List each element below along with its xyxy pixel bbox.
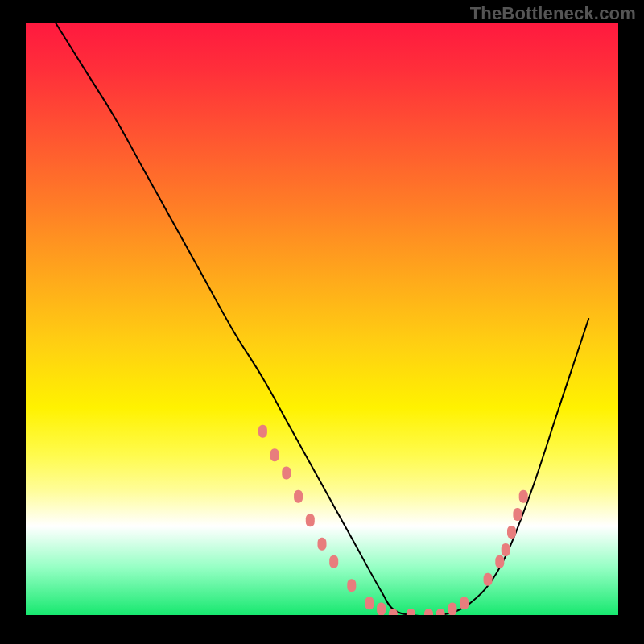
curve-marker xyxy=(407,609,415,615)
curve-marker xyxy=(513,508,522,521)
curve-marker xyxy=(519,490,528,503)
curve-marker xyxy=(270,448,279,461)
plot-area xyxy=(24,21,620,617)
curve-marker xyxy=(258,425,267,438)
curve-marker xyxy=(347,579,356,592)
curve-marker xyxy=(377,603,386,615)
curve-marker xyxy=(495,555,504,568)
curve-marker xyxy=(282,466,291,479)
bottleneck-curve xyxy=(56,23,588,615)
curve-marker xyxy=(329,555,338,568)
curve-marker xyxy=(424,609,433,615)
curve-marker xyxy=(484,573,493,586)
curve-marker xyxy=(318,538,327,551)
curve-marker xyxy=(460,597,469,609)
curve-marker xyxy=(306,514,315,526)
curve-marker xyxy=(502,543,510,556)
curve-marker xyxy=(389,609,398,615)
curve-marker xyxy=(436,609,445,615)
curve-marker xyxy=(507,526,516,539)
curve-marker xyxy=(448,603,456,615)
chart-frame: TheBottleneck.com xyxy=(0,0,644,644)
curve-marker xyxy=(365,597,374,609)
chart-svg xyxy=(26,23,618,615)
curve-marker xyxy=(294,490,303,503)
watermark-text: TheBottleneck.com xyxy=(470,3,636,24)
